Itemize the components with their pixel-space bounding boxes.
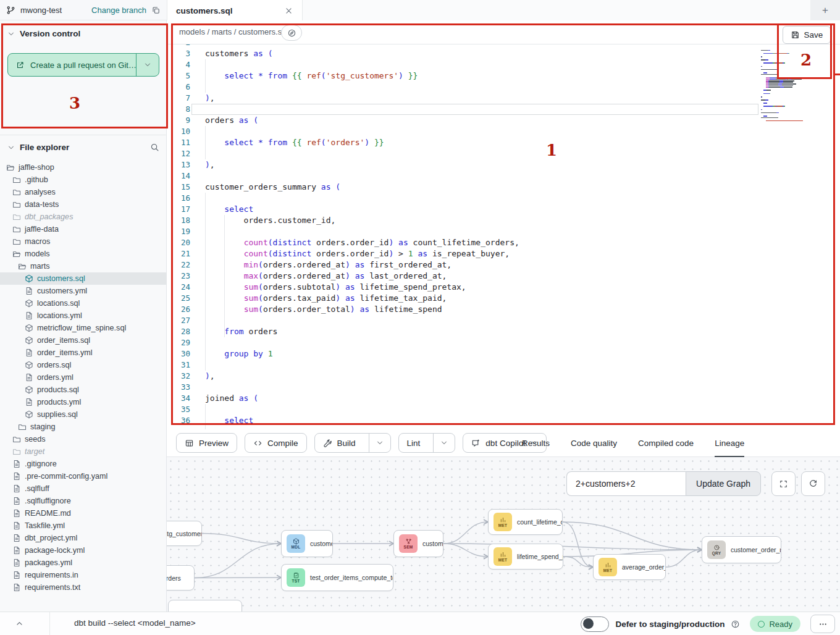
tree-item-data-tests[interactable]: data-tests <box>0 198 167 211</box>
tree-item-staging[interactable]: staging <box>0 421 167 433</box>
folder-icon <box>18 423 27 431</box>
tree-item-customers.yml[interactable]: customers.yml <box>0 285 167 297</box>
tree-item-README.md[interactable]: README.md <box>0 507 167 519</box>
file-explorer-header[interactable]: File explorer <box>0 135 167 156</box>
search-icon[interactable] <box>150 143 159 152</box>
copilot-compass-button[interactable] <box>281 25 302 41</box>
lineage-selector-input[interactable] <box>566 471 686 496</box>
tree-item-marts[interactable]: marts <box>0 260 167 272</box>
tree-item-target[interactable]: target <box>0 445 167 458</box>
chevron-down-icon <box>7 144 15 151</box>
version-control-header[interactable]: Version control <box>0 20 166 43</box>
file-icon <box>12 558 21 567</box>
lint-label: Lint <box>407 439 421 448</box>
command-input[interactable]: dbt build --select <model_name> <box>74 618 196 628</box>
file-icon <box>12 534 21 542</box>
tree-item-packages.yml[interactable]: packages.yml <box>0 557 167 569</box>
create-pr-button[interactable]: Create a pull request on Git… <box>7 53 159 77</box>
tree-item-macros[interactable]: macros <box>0 235 167 248</box>
panel-tabs: ResultsCode qualityCompiled codeLineage <box>522 429 744 457</box>
file-icon <box>12 509 21 518</box>
folder-icon <box>12 225 21 233</box>
lineage-node-customer_order_metrics[interactable]: QRYcustomer_order_metrics <box>702 536 781 563</box>
tree-item-locations.sql[interactable]: locations.sql <box>0 297 167 309</box>
panel-tab-results[interactable]: Results <box>522 429 550 457</box>
met-badge-icon: MET <box>494 513 512 531</box>
panel-tab-lineage[interactable]: Lineage <box>715 429 744 457</box>
tree-item-analyses[interactable]: analyses <box>0 186 167 198</box>
tree-item-.gitignore[interactable]: .gitignore <box>0 458 167 470</box>
tree-item-label: macros <box>25 237 50 246</box>
defer-toggle[interactable] <box>581 616 609 632</box>
tree-item-.pre-commit-config.yaml[interactable]: .pre-commit-config.yaml <box>0 470 167 482</box>
tree-item-label: customers.sql <box>37 274 85 283</box>
build-dropdown[interactable] <box>369 434 390 452</box>
change-branch-link[interactable]: Change branch <box>91 6 146 15</box>
tree-item-.sqlfluffignore[interactable]: .sqlfluffignore <box>0 495 167 507</box>
tree-item-orders.sql[interactable]: orders.sql <box>0 359 167 371</box>
tree-item-.github[interactable]: .github <box>0 174 167 186</box>
save-button[interactable]: Save <box>783 26 831 44</box>
breadcrumb-bar: models / marts / customers.sql Save <box>167 20 840 44</box>
panel-tab-code-quality[interactable]: Code quality <box>571 429 617 457</box>
tree-item-products.yml[interactable]: products.yml <box>0 396 167 408</box>
editor-toolbar: Preview Compile Build Lint dbt Copilot R… <box>167 429 840 457</box>
tree-item-requirements.txt[interactable]: requirements.txt <box>0 581 167 594</box>
wrench-icon <box>323 439 332 448</box>
tree-item-dbt_project.yml[interactable]: dbt_project.yml <box>0 532 167 544</box>
tree-item-locations.yml[interactable]: locations.yml <box>0 309 167 322</box>
tree-item-jaffle-data[interactable]: jaffle-data <box>0 223 167 235</box>
cube-icon <box>25 324 33 332</box>
lineage-node-customers[interactable]: SEMcustomers <box>393 530 443 557</box>
minimap[interactable] <box>761 48 815 121</box>
update-graph-button[interactable]: Update Graph <box>686 471 761 496</box>
lint-button[interactable]: Lint <box>398 433 456 453</box>
tree-item-requirements.in[interactable]: requirements.in <box>0 569 167 581</box>
lineage-node-count_lifetime_orders[interactable]: METcount_lifetime_orders <box>488 509 563 535</box>
fullscreen-button[interactable] <box>771 471 796 496</box>
code-line-11: 11 select * from {{ ref('orders') }} <box>167 137 840 148</box>
panel-tab-compiled-code[interactable]: Compiled code <box>638 429 694 457</box>
build-button[interactable]: Build <box>314 433 391 453</box>
new-tab-button[interactable]: + <box>822 5 828 15</box>
tree-item-supplies.sql[interactable]: supplies.sql <box>0 408 167 421</box>
help-icon[interactable] <box>731 620 740 629</box>
more-options-button[interactable] <box>810 615 835 633</box>
create-pr-dropdown[interactable] <box>136 54 159 76</box>
tree-item-Taskfile.yml[interactable]: Taskfile.yml <box>0 519 167 532</box>
tree-item-metricflow_time_spine.sql[interactable]: metricflow_time_spine.sql <box>0 322 167 334</box>
tree-item-jaffle-shop[interactable]: jaffle-shop <box>0 161 167 174</box>
tree-item-orders.yml[interactable]: orders.yml <box>0 371 167 384</box>
tree-item-order_items.sql[interactable]: order_items.sql <box>0 334 167 347</box>
tree-item-products.sql[interactable]: products.sql <box>0 384 167 396</box>
code-line-28: 28 from orders <box>167 326 840 337</box>
tree-item-dbt_packages[interactable]: dbt_packages <box>0 211 167 223</box>
chevron-up-icon[interactable] <box>15 619 24 628</box>
tree-item-package-lock.yml[interactable]: package-lock.yml <box>0 544 167 557</box>
chevron-down-icon <box>144 61 151 69</box>
close-icon[interactable] <box>284 6 293 15</box>
refresh-button[interactable] <box>801 471 825 496</box>
lineage-node-partial[interactable] <box>168 600 242 612</box>
lineage-node-stg_customers[interactable]: stg_customers <box>167 521 202 546</box>
compile-button[interactable]: Compile <box>245 433 307 453</box>
preview-button[interactable]: Preview <box>176 433 237 453</box>
tab-customers-sql[interactable]: customers.sql <box>167 0 303 21</box>
git-branch-icon <box>6 6 15 15</box>
lineage-node-customers[interactable]: MDLcustomers <box>281 530 333 557</box>
code-editor[interactable]: 23customers as (45 select * from {{ ref(… <box>167 44 840 429</box>
lint-dropdown[interactable] <box>433 434 455 452</box>
tree-item-.sqlfluff[interactable]: .sqlfluff <box>0 482 167 495</box>
compile-label: Compile <box>267 439 298 448</box>
lineage-node-test_order_items_compute_to_bools…[interactable]: TSTtest_order_items_compute_to_bools… <box>281 564 393 591</box>
dbt-ide-screen: mwong-test Change branch customers.sql +… <box>0 0 840 635</box>
copy-icon[interactable] <box>151 6 161 15</box>
lineage-node-average_order_value[interactable]: METaverage_order_value <box>593 554 666 580</box>
tree-item-label: supplies.sql <box>37 410 78 419</box>
tree-item-customers.sql[interactable]: customers.sql <box>0 272 167 285</box>
tree-item-seeds[interactable]: seeds <box>0 433 167 445</box>
tree-item-models[interactable]: models <box>0 248 167 260</box>
lineage-node-orders[interactable]: orders <box>167 565 195 591</box>
lineage-node-lifetime_spend_pretax[interactable]: METlifetime_spend_pretax <box>488 544 563 570</box>
tree-item-order_items.yml[interactable]: order_items.yml <box>0 347 167 359</box>
